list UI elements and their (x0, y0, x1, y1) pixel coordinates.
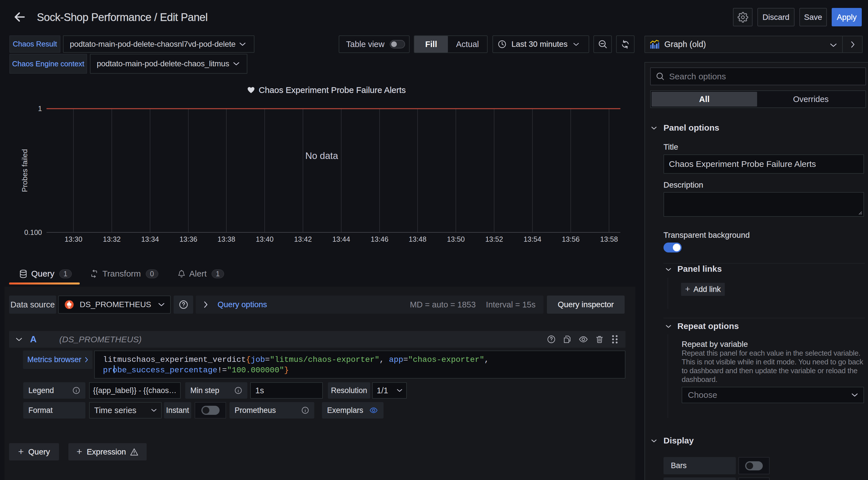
svg-text:1: 1 (38, 105, 42, 112)
svg-text:13:42: 13:42 (294, 235, 312, 243)
svg-text:13:46: 13:46 (371, 235, 389, 243)
svg-text:No data: No data (305, 150, 338, 161)
svg-text:13:50: 13:50 (447, 235, 465, 243)
svg-text:13:48: 13:48 (409, 235, 427, 243)
svg-text:13:32: 13:32 (103, 235, 121, 243)
svg-text:0.100: 0.100 (24, 228, 42, 236)
svg-text:13:30: 13:30 (65, 235, 83, 243)
svg-text:13:56: 13:56 (562, 235, 580, 243)
svg-text:13:36: 13:36 (180, 235, 197, 243)
svg-text:Probes failed: Probes failed (21, 149, 29, 192)
svg-text:13:52: 13:52 (485, 235, 503, 243)
svg-text:13:34: 13:34 (141, 235, 159, 243)
svg-text:13:38: 13:38 (218, 235, 236, 243)
svg-text:13:58: 13:58 (600, 235, 618, 243)
svg-text:13:44: 13:44 (333, 235, 350, 243)
svg-text:13:40: 13:40 (256, 235, 274, 243)
svg-text:13:54: 13:54 (524, 235, 541, 243)
